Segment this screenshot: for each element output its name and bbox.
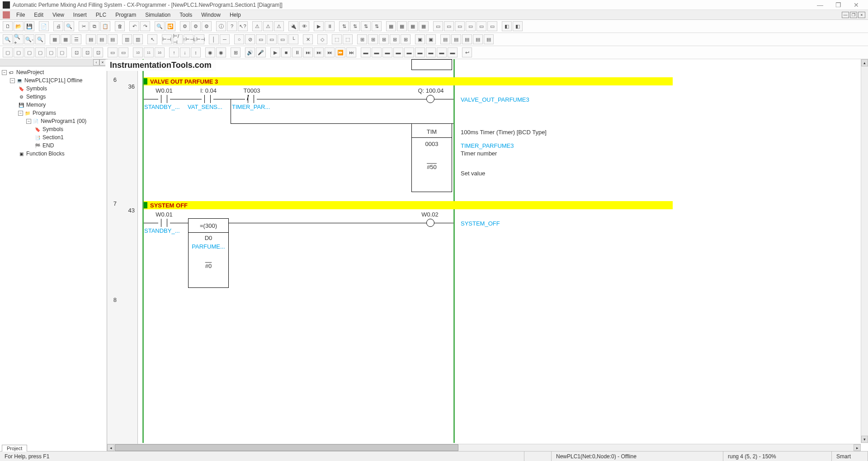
down-icon[interactable]: ↓ [180,47,190,57]
output-coil[interactable] [426,95,434,103]
w2-icon[interactable]: ▢ [14,47,24,57]
zoom-sel-icon[interactable]: 🔍 [35,34,45,44]
tool-a-icon[interactable]: ⚙ [180,21,190,31]
u1-icon[interactable]: ▣ [415,34,425,44]
timer-box[interactable]: TIM 0003 #50 [411,123,452,192]
snd-icon[interactable]: 🔊 [245,47,255,57]
align4-icon[interactable]: ▬ [393,47,403,57]
replace-icon[interactable]: 🔁 [165,21,175,31]
align7-icon[interactable]: ▬ [426,47,436,57]
v1-icon[interactable]: ▤ [440,34,450,44]
upd-icon[interactable]: ↕ [191,47,201,57]
pause2-icon[interactable]: ⏸ [292,47,302,57]
menu-window[interactable]: Window [197,11,225,19]
z10-icon[interactable]: 10 [133,47,143,57]
paste-icon[interactable]: 📋 [100,21,110,31]
transfer3-icon[interactable]: ⇅ [361,21,371,31]
contact-no[interactable] [158,219,170,227]
comp-icon[interactable]: ▭ [267,34,277,44]
t3-icon[interactable]: ⊞ [379,34,389,44]
menu-tools[interactable]: Tools [175,11,197,19]
z11-icon[interactable]: 11 [144,47,154,57]
pause-icon[interactable]: ⏸ [325,21,335,31]
misc1-icon[interactable]: ◧ [502,21,512,31]
viewe-icon[interactable]: ▥ [133,34,143,44]
step-icon[interactable]: ⏭ [303,47,313,57]
preview-icon[interactable]: 🔍 [64,21,74,31]
menu-simulation[interactable]: Simulation [141,11,175,19]
project-tab[interactable]: Project [2,445,27,452]
whatsthis-icon[interactable]: ↖? [238,21,248,31]
contact-no[interactable] [202,95,213,103]
contact-nc[interactable]: / [245,95,257,103]
stepi-icon[interactable]: ⏭ [325,47,335,57]
tool-c-icon[interactable]: ⚙ [202,21,212,31]
menu-file[interactable]: File [12,11,29,19]
save-icon[interactable]: 💾 [24,21,34,31]
scroll-down-icon[interactable]: ▾ [861,436,868,443]
mdi-restore-button[interactable]: ❐ [850,12,857,18]
menu-insert[interactable]: Insert [69,11,91,19]
align9-icon[interactable]: ▬ [448,47,458,57]
tree-close-icon[interactable]: × [99,59,106,66]
branch-icon[interactable]: └ [288,34,298,44]
sim-a-icon[interactable]: ◉ [205,47,215,57]
w3-icon[interactable]: ▢ [24,47,34,57]
align2-icon[interactable]: ▬ [372,47,382,57]
w6-icon[interactable]: ▢ [57,47,67,57]
t4-icon[interactable]: ⊞ [390,34,400,44]
tree-symbols2[interactable]: 🔖Symbols [2,125,105,133]
scroll-thumb[interactable] [115,444,458,451]
ff-icon[interactable]: ⏩ [335,47,345,57]
w5-icon[interactable]: ▢ [46,47,56,57]
print-preview-icon[interactable]: 📄 [39,21,49,31]
help-icon[interactable]: ? [227,21,237,31]
print-icon[interactable]: 🖨 [53,21,63,31]
v2-icon[interactable]: ▤ [451,34,461,44]
viewb-icon[interactable]: ▤ [97,34,107,44]
t1-icon[interactable]: ⊞ [357,34,367,44]
x2-icon[interactable]: ⊡ [82,47,92,57]
tree-end[interactable]: 🏁END [2,141,105,150]
v4-icon[interactable]: ▤ [473,34,483,44]
scroll-right-icon[interactable]: ▸ [854,444,861,451]
sim-b-icon[interactable]: ◉ [216,47,226,57]
v3-icon[interactable]: ▤ [462,34,472,44]
menu-edit[interactable]: Edit [29,11,48,19]
transfer2-icon[interactable]: ⇅ [350,21,360,31]
mem2-icon[interactable]: ▭ [444,21,454,31]
t5-icon[interactable]: ⊞ [401,34,410,44]
net3-icon[interactable]: ▦ [408,21,418,31]
maximize-button[interactable]: ❐ [829,1,847,9]
w4-icon[interactable]: ▢ [35,47,45,57]
scroll-left-icon[interactable]: ◂ [107,444,114,451]
tree-pin-icon[interactable]: ‹ [93,59,99,66]
align3-icon[interactable]: ▬ [382,47,392,57]
misc2-icon[interactable]: ◧ [513,21,523,31]
compile-icon[interactable]: ⚠ [252,21,262,31]
tree-plc[interactable]: −💻NewPLC1[CP1L] Offline [2,76,105,85]
transfer4-icon[interactable]: ⇅ [372,21,382,31]
tree-settings[interactable]: ⚙Settings [2,93,105,101]
find-icon[interactable]: 🔍 [155,21,165,31]
pointer-icon[interactable]: ↖ [147,34,157,44]
mic-icon[interactable]: 🎤 [256,47,266,57]
contact-n-icon[interactable]: ↓⊢⊣ [194,34,204,44]
x3-icon[interactable]: ⊡ [93,47,103,57]
align5-icon[interactable]: ▬ [404,47,414,57]
zoom-out-icon[interactable]: 🔍- [24,34,34,44]
sim1-icon[interactable]: ◇ [317,34,327,44]
mem5-icon[interactable]: ▭ [476,21,486,31]
delete-icon[interactable]: 🗑 [115,21,125,31]
mon-a-icon[interactable]: ⊞ [231,47,241,57]
align6-icon[interactable]: ▬ [415,47,425,57]
play-icon[interactable]: ▶ [270,47,280,57]
contact-p-icon[interactable]: ↑⊢⊣ [184,34,193,44]
end-icon[interactable]: ⏭ [346,47,356,57]
mem1-icon[interactable]: ▭ [433,21,443,31]
x1-icon[interactable]: ⊡ [71,47,81,57]
monitor-icon[interactable]: 👁 [299,21,309,31]
viewa-icon[interactable]: ▤ [86,34,96,44]
net4-icon[interactable]: ▦ [419,21,429,31]
ret-icon[interactable]: ↩ [462,47,472,57]
